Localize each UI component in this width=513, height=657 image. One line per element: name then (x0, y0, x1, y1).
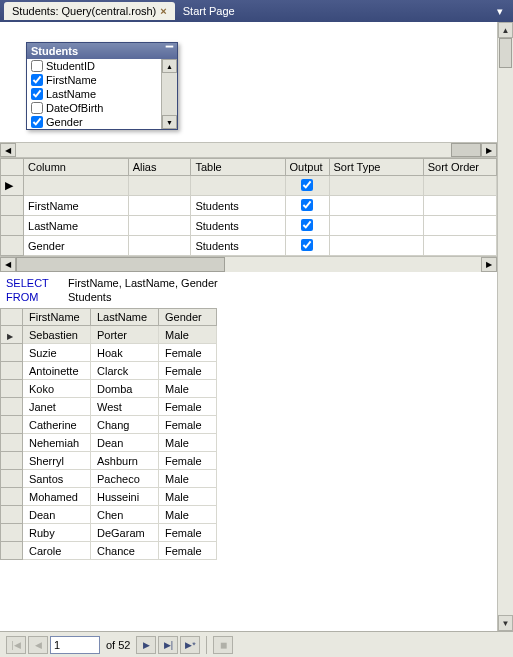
cell-gender[interactable]: Female (159, 542, 217, 560)
cell-lastname[interactable]: West (91, 398, 159, 416)
cell-gender[interactable]: Male (159, 506, 217, 524)
table-row[interactable]: SherrylAshburnFemale (1, 452, 217, 470)
field-checkbox[interactable] (31, 116, 43, 128)
criteria-row[interactable]: ▶ (1, 176, 497, 196)
row-selector[interactable] (1, 380, 23, 398)
main-vscroll[interactable]: ▲ ▼ (497, 22, 513, 631)
row-selector[interactable] (1, 542, 23, 560)
criteria-header-column[interactable]: Column (24, 159, 129, 176)
nav-stop-button[interactable]: ◼ (213, 636, 233, 654)
cell-firstname[interactable]: Janet (23, 398, 91, 416)
field-checkbox[interactable] (31, 74, 43, 86)
field-row[interactable]: StudentID (27, 59, 161, 73)
scroll-right-icon[interactable]: ▶ (481, 143, 497, 157)
field-checkbox[interactable] (31, 88, 43, 100)
table-row[interactable]: RubyDeGaramFemale (1, 524, 217, 542)
criteria-cell-output[interactable] (285, 196, 329, 216)
scroll-down-icon[interactable]: ▼ (498, 615, 513, 631)
nav-prev-button[interactable]: ◀ (28, 636, 48, 654)
criteria-cell-sorttype[interactable] (329, 196, 423, 216)
tab-start-page[interactable]: Start Page (175, 2, 243, 20)
criteria-cell-sortorder[interactable] (423, 236, 496, 256)
sql-pane[interactable]: SELECTFirstName, LastName, Gender FROMSt… (0, 272, 497, 308)
table-row[interactable]: CaroleChanceFemale (1, 542, 217, 560)
cell-firstname[interactable]: Suzie (23, 344, 91, 362)
table-row[interactable]: DeanChenMale (1, 506, 217, 524)
table-row[interactable]: SuzieHoakFemale (1, 344, 217, 362)
table-row[interactable]: NehemiahDeanMale (1, 434, 217, 452)
criteria-cell-output[interactable] (285, 236, 329, 256)
table-row[interactable]: AntoinetteClarckFemale (1, 362, 217, 380)
output-checkbox[interactable] (301, 219, 313, 231)
criteria-cell-table[interactable]: Students (191, 236, 285, 256)
cell-firstname[interactable]: Mohamed (23, 488, 91, 506)
cell-lastname[interactable]: Porter (91, 326, 159, 344)
cell-firstname[interactable]: Dean (23, 506, 91, 524)
row-selector[interactable] (1, 452, 23, 470)
cell-gender[interactable]: Female (159, 416, 217, 434)
output-checkbox[interactable] (301, 179, 313, 191)
table-box-scrollbar[interactable]: ▲ ▼ (161, 59, 177, 129)
criteria-cell-sorttype[interactable] (329, 236, 423, 256)
criteria-cell-sortorder[interactable] (423, 196, 496, 216)
row-selector[interactable] (1, 524, 23, 542)
nav-next-button[interactable]: ▶ (136, 636, 156, 654)
cell-gender[interactable]: Female (159, 452, 217, 470)
row-selector[interactable] (1, 434, 23, 452)
results-grid[interactable]: FirstName LastName Gender SebastienPorte… (0, 308, 217, 560)
criteria-cell-table[interactable]: Students (191, 216, 285, 236)
row-selector[interactable] (1, 416, 23, 434)
criteria-row[interactable]: GenderStudents (1, 236, 497, 256)
criteria-cell-table[interactable]: Students (191, 196, 285, 216)
row-selector[interactable] (1, 470, 23, 488)
table-row[interactable]: SebastienPorterMale (1, 326, 217, 344)
scroll-down-icon[interactable]: ▼ (162, 115, 177, 129)
criteria-cell-column[interactable]: Gender (24, 236, 129, 256)
cell-lastname[interactable]: Hoak (91, 344, 159, 362)
cell-lastname[interactable]: Dean (91, 434, 159, 452)
criteria-header-sortorder[interactable]: Sort Order (423, 159, 496, 176)
scroll-left-icon[interactable]: ◀ (0, 257, 16, 272)
results-header-lastname[interactable]: LastName (91, 309, 159, 326)
cell-lastname[interactable]: Chang (91, 416, 159, 434)
cell-gender[interactable]: Female (159, 362, 217, 380)
criteria-header-alias[interactable]: Alias (128, 159, 191, 176)
row-selector[interactable] (1, 216, 24, 236)
tab-active[interactable]: Students: Query(central.rosh) × (4, 2, 175, 20)
criteria-cell-output[interactable] (285, 216, 329, 236)
window-menu-icon[interactable]: ▔ (166, 46, 173, 56)
cell-lastname[interactable]: Ashburn (91, 452, 159, 470)
table-row[interactable]: CatherineChangFemale (1, 416, 217, 434)
cell-gender[interactable]: Female (159, 524, 217, 542)
scroll-up-icon[interactable]: ▲ (162, 59, 177, 73)
field-row[interactable]: LastName (27, 87, 161, 101)
criteria-cell-column[interactable] (24, 176, 129, 196)
cell-lastname[interactable]: Domba (91, 380, 159, 398)
field-row[interactable]: Gender (27, 115, 161, 129)
row-selector[interactable] (1, 398, 23, 416)
criteria-cell-table[interactable] (191, 176, 285, 196)
nav-last-button[interactable]: ▶| (158, 636, 178, 654)
results-header-gender[interactable]: Gender (159, 309, 217, 326)
scroll-left-icon[interactable]: ◀ (0, 143, 16, 157)
criteria-cell-alias[interactable] (128, 196, 191, 216)
criteria-hscroll[interactable]: ◀ ▶ (0, 256, 497, 272)
cell-firstname[interactable]: Sebastien (23, 326, 91, 344)
nav-new-button[interactable]: ▶* (180, 636, 200, 654)
criteria-cell-alias[interactable] (128, 216, 191, 236)
row-selector[interactable] (1, 326, 23, 344)
cell-firstname[interactable]: Carole (23, 542, 91, 560)
criteria-cell-sortorder[interactable] (423, 216, 496, 236)
criteria-cell-sorttype[interactable] (329, 176, 423, 196)
cell-gender[interactable]: Male (159, 488, 217, 506)
output-checkbox[interactable] (301, 239, 313, 251)
row-selector[interactable] (1, 196, 24, 216)
cell-firstname[interactable]: Koko (23, 380, 91, 398)
criteria-cell-sortorder[interactable] (423, 176, 496, 196)
cell-lastname[interactable]: Clarck (91, 362, 159, 380)
scroll-thumb[interactable] (499, 38, 512, 68)
table-row[interactable]: SantosPachecoMale (1, 470, 217, 488)
cell-gender[interactable]: Male (159, 380, 217, 398)
table-diagram-students[interactable]: Students ▔ StudentIDFirstNameLastNameDat… (26, 42, 178, 130)
nav-current-input[interactable] (50, 636, 100, 654)
